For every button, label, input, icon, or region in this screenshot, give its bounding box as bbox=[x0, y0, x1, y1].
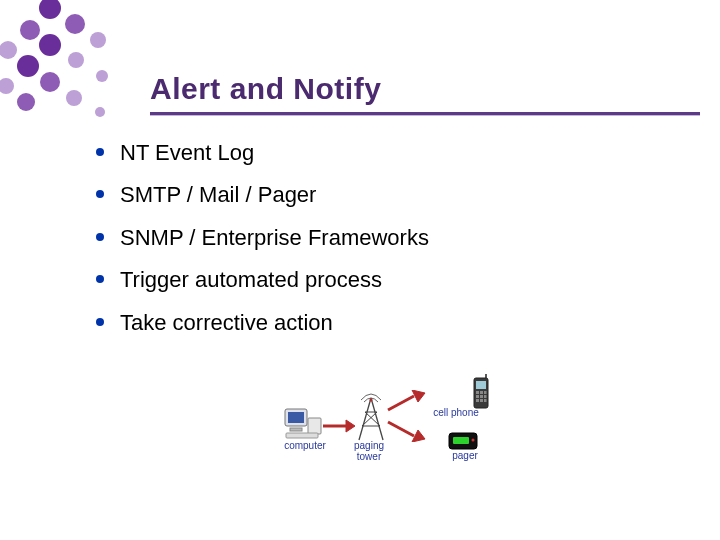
arrow-icon bbox=[386, 390, 426, 418]
svg-point-6 bbox=[96, 70, 108, 82]
svg-point-0 bbox=[39, 0, 61, 19]
svg-rect-38 bbox=[480, 395, 483, 398]
svg-rect-34 bbox=[476, 391, 479, 394]
svg-rect-35 bbox=[480, 391, 483, 394]
arrow-icon bbox=[322, 418, 356, 438]
svg-rect-41 bbox=[480, 399, 483, 402]
diagram-label: paging tower bbox=[348, 440, 390, 462]
svg-point-5 bbox=[68, 52, 84, 68]
list-item: Trigger automated process bbox=[90, 267, 429, 293]
svg-point-4 bbox=[39, 34, 61, 56]
tower-icon bbox=[356, 392, 386, 446]
diagram-label: pager bbox=[446, 450, 484, 461]
list-item: SMTP / Mail / Pager bbox=[90, 182, 429, 208]
svg-rect-39 bbox=[484, 395, 487, 398]
diagram-label: computer bbox=[282, 440, 328, 451]
title-block: Alert and Notify bbox=[150, 72, 700, 116]
svg-point-27 bbox=[370, 399, 373, 402]
svg-point-1 bbox=[65, 14, 85, 34]
diagram-label: cell phone bbox=[428, 407, 484, 418]
diagram: computer paging tower cell phone pager bbox=[280, 378, 540, 498]
svg-line-26 bbox=[365, 412, 380, 426]
svg-point-46 bbox=[472, 439, 475, 442]
svg-point-10 bbox=[66, 90, 82, 106]
svg-point-7 bbox=[0, 41, 17, 59]
list-item: SNMP / Enterprise Frameworks bbox=[90, 225, 429, 251]
list-item: Take corrective action bbox=[90, 310, 429, 336]
svg-rect-17 bbox=[308, 418, 321, 434]
svg-point-11 bbox=[95, 107, 105, 117]
svg-rect-42 bbox=[484, 399, 487, 402]
svg-rect-36 bbox=[484, 391, 487, 394]
svg-rect-18 bbox=[286, 433, 318, 438]
svg-line-25 bbox=[362, 412, 377, 426]
bullet-list: NT Event Log SMTP / Mail / Pager SNMP / … bbox=[90, 140, 429, 352]
svg-marker-20 bbox=[346, 420, 355, 432]
svg-rect-16 bbox=[290, 428, 302, 431]
page-title: Alert and Notify bbox=[150, 72, 700, 106]
svg-rect-15 bbox=[288, 412, 304, 423]
corner-decoration bbox=[0, 0, 160, 130]
svg-line-28 bbox=[388, 396, 414, 410]
arrow-icon bbox=[386, 418, 426, 446]
list-item: NT Event Log bbox=[90, 140, 429, 166]
svg-rect-40 bbox=[476, 399, 479, 402]
svg-point-2 bbox=[90, 32, 106, 48]
computer-icon bbox=[284, 408, 322, 444]
title-rule bbox=[150, 112, 700, 116]
svg-point-8 bbox=[17, 55, 39, 77]
svg-point-12 bbox=[0, 78, 14, 94]
svg-point-9 bbox=[40, 72, 60, 92]
svg-line-30 bbox=[388, 422, 414, 436]
svg-rect-33 bbox=[476, 381, 486, 389]
svg-point-13 bbox=[17, 93, 35, 111]
svg-rect-37 bbox=[476, 395, 479, 398]
svg-rect-45 bbox=[453, 437, 469, 444]
svg-point-3 bbox=[20, 20, 40, 40]
